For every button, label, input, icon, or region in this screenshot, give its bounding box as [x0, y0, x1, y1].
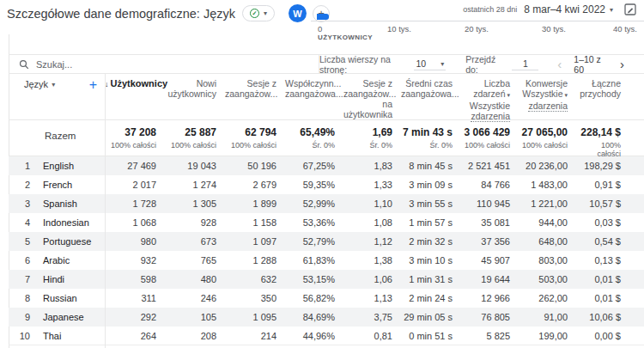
metric-cell: 632	[225, 274, 285, 284]
metric-cell: 3 min 55 s	[401, 198, 461, 209]
table-row[interactable]: 7Hindi59848063253,15%1,061 min 31 s19 64…	[9, 270, 644, 289]
column-header[interactable]: Sesje zzaangażow...	[225, 74, 285, 119]
totals-value: 62 794	[225, 126, 276, 138]
totals-cell: 65,49%Śr. 0%	[285, 120, 343, 156]
metric-cell: 10,06 $	[576, 312, 644, 322]
metric-cell: 3,75	[343, 312, 401, 322]
axis-tick: 20 tys.	[465, 24, 489, 34]
prev-page-button[interactable]: ‹	[555, 59, 564, 70]
table-row[interactable]: 1English27 46919 04350 19667,25%1,838 mi…	[9, 156, 644, 175]
metric-cell: 0,81	[343, 331, 401, 341]
avatar[interactable]: W	[289, 4, 307, 22]
add-dimension-button[interactable]: +	[89, 77, 97, 93]
column-header[interactable]: KonwersjeWszystkie▾zdarzenia	[519, 74, 576, 119]
report-status-chip[interactable]: ✓ ▾	[242, 5, 275, 21]
column-header[interactable]: Sesje zzaangażow...naużytkownika	[343, 74, 401, 119]
metric-cell: 0,13 $	[576, 255, 644, 266]
metric-cell: 932	[105, 255, 165, 266]
metric-cell: 52,79%	[285, 236, 343, 247]
edit-report-icon[interactable]	[623, 3, 637, 16]
pagination-range: 1–10 z 60	[574, 54, 608, 75]
column-header[interactable]: Łączneprzychody	[576, 74, 644, 119]
metric-cell: 1 288	[225, 255, 285, 266]
rows-per-page-label: Liczba wierszy na stronę:	[319, 54, 406, 75]
table-header-row: Język ▾ + ↓UżytkownicyNowiużytkownicySes…	[9, 74, 644, 120]
next-page-button[interactable]: ›	[617, 59, 627, 70]
search-box[interactable]: Szukaj...	[9, 55, 319, 73]
metric-cell: 1 483,00	[519, 180, 576, 190]
metric-cell: 59,35%	[285, 180, 343, 190]
totals-subtext: Śr. 0%	[343, 141, 392, 150]
pagination-controls: Liczba wierszy na stronę: 10 ▾ Przejdź d…	[319, 55, 644, 73]
row-index: 2	[9, 180, 30, 190]
column-header[interactable]: ↓Użytkownicy	[105, 74, 165, 119]
table-row[interactable]: 8Russian31124635056,82%1,132 min 24 s12 …	[9, 289, 644, 308]
column-header[interactable]: Liczbazdarzeń▾Wszystkiezdarzenia	[461, 74, 519, 119]
table-row[interactable]: 4Indonesian1 0689281 15853,36%1,081 min …	[9, 213, 644, 232]
metric-cell: 311	[105, 293, 165, 303]
date-range-picker[interactable]: 8 mar–4 kwi 2022 ▾	[524, 3, 613, 15]
event-selector-link[interactable]: zdarzenia	[528, 101, 568, 112]
date-preset-label: ostatnich 28 dni	[463, 5, 517, 14]
chevron-down-icon: ▾	[52, 81, 55, 89]
table-row[interactable]: 10Thai26420821444,96%0,810 min 51 s5 825…	[9, 327, 644, 345]
rows-per-page-value: 10	[416, 58, 426, 69]
rows-per-page-select[interactable]: 10 ▾	[414, 58, 446, 70]
totals-cell: 62 794100% całości	[225, 120, 285, 156]
chevron-down-icon: ▾	[610, 6, 613, 14]
metric-cell: 262,00	[519, 293, 576, 303]
metric-cell: 37 356	[461, 236, 519, 247]
metric-cell: 246	[165, 293, 225, 303]
table-row[interactable]: 2French2 0171 2742 67959,35%1,333 min 09…	[9, 175, 644, 194]
dimension-label: Język	[24, 79, 48, 89]
metric-cell: 2 017	[105, 180, 165, 190]
totals-subtext: 100% całości	[461, 141, 510, 150]
metric-cell: 84,69%	[285, 312, 343, 322]
axis-tick: 30 tys.	[542, 24, 566, 34]
metric-cell: 27 469	[105, 161, 165, 171]
metric-cell: 44,96%	[285, 331, 343, 341]
goto-page-input[interactable]: 1	[512, 58, 538, 70]
language-cell: Japanese	[30, 312, 105, 322]
metric-cell: 1 221,00	[519, 198, 576, 209]
language-cell: Arabic	[30, 255, 105, 266]
dimension-select[interactable]: Język ▾	[24, 79, 55, 89]
column-header[interactable]: Średni czaszaangażowa...	[401, 74, 461, 119]
metric-cell: 1,38	[343, 255, 401, 266]
row-index: 5	[9, 236, 30, 247]
axis-tick: 10 tys.	[387, 24, 411, 34]
totals-cell: 7 min 43 sŚr. 0%	[401, 120, 461, 156]
metric-cell: 0,00 $	[576, 331, 644, 341]
metric-cell: 20 236,00	[519, 161, 576, 171]
language-cell: French	[30, 180, 105, 190]
chevron-down-icon: ▾	[440, 60, 444, 68]
metric-cell: 1 899	[225, 198, 285, 209]
chevron-down-icon: ▾	[564, 92, 568, 98]
totals-value: 25 887	[165, 126, 216, 138]
metric-cell: 198,29 $	[576, 161, 644, 171]
table-row[interactable]: 6Arabic9327651 28861,83%1,383 min 10 s45…	[9, 251, 644, 270]
totals-subtext: 100% całości	[576, 141, 621, 158]
table-row[interactable]: 3Spanish1 7281 3051 89952,99%1,103 min 5…	[9, 194, 644, 213]
totals-label: Razem	[45, 131, 76, 141]
totals-subtext: 100% całości	[105, 141, 156, 150]
column-header[interactable]: Współczynn...zaangażowa...	[285, 74, 343, 119]
totals-value: 228,14 $	[576, 126, 621, 138]
metric-cell: 503,00	[519, 274, 576, 284]
metric-cell: 56,82%	[285, 293, 343, 303]
totals-subtext: 100% całości	[225, 141, 276, 150]
table-row[interactable]: 9Japanese2921051 09584,69%3,7529 min 05 …	[9, 308, 644, 327]
metric-cell: 110 945	[461, 198, 519, 209]
metric-cell: 1 095	[225, 312, 285, 322]
table-row[interactable]: 5Portuguese9806731 09752,79%1,122 min 32…	[9, 232, 644, 251]
column-header[interactable]: Nowiużytkownicy	[165, 74, 225, 119]
metric-cell: 2 min 24 s	[401, 293, 461, 303]
metric-cell: 1 097	[225, 236, 285, 247]
metric-cell: 1,13	[343, 293, 401, 303]
metric-cell: 3 min 09 s	[401, 180, 461, 190]
metric-cell: 53,15%	[285, 274, 343, 284]
metric-cell: 3 min 10 s	[401, 255, 461, 266]
metric-cell: 1 728	[105, 198, 165, 209]
column-divider	[105, 74, 106, 348]
metric-cell: 84 766	[461, 180, 519, 190]
